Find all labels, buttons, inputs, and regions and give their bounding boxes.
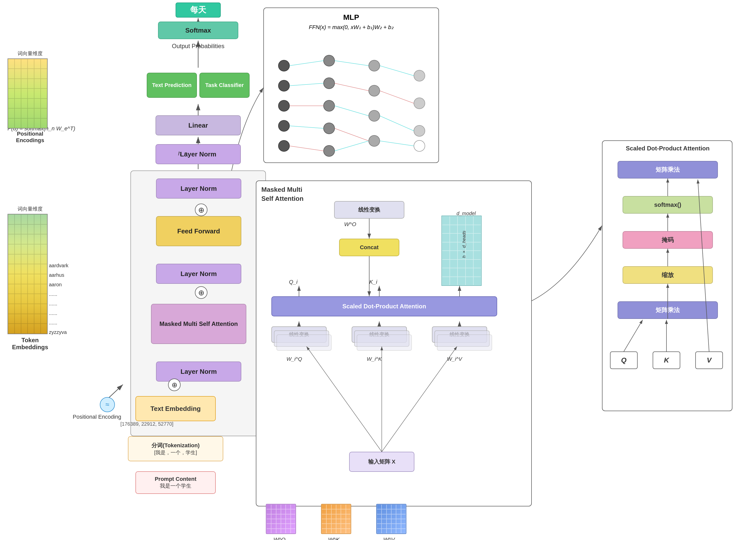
pos-cell bbox=[8, 98, 15, 108]
hxdheads-label: h × d_heads bbox=[462, 231, 467, 258]
token-ids-label: [176389, 22912, 52770] bbox=[120, 421, 173, 427]
mha-box: Masked MultiSelf Attention 线性变换 W^O Conc… bbox=[256, 181, 532, 506]
pos-cell bbox=[15, 118, 21, 128]
wk-matrix bbox=[321, 504, 351, 534]
pos-cell bbox=[21, 108, 28, 118]
svg-line-48 bbox=[335, 83, 369, 91]
svg-point-33 bbox=[324, 145, 335, 156]
svg-line-50 bbox=[335, 128, 369, 141]
v-linear-3 bbox=[437, 335, 492, 351]
feed-forward-box: Feed Forward bbox=[156, 216, 241, 246]
svg-line-3 bbox=[108, 385, 123, 399]
word-dots3: ...... bbox=[49, 308, 69, 318]
svg-line-72 bbox=[624, 320, 643, 351]
word-dots4: ...... bbox=[49, 318, 69, 328]
token-embedding-grid bbox=[8, 214, 48, 334]
pos-cell bbox=[34, 118, 41, 128]
pos-cell bbox=[41, 88, 47, 98]
svg-point-29 bbox=[324, 55, 335, 66]
word-aardvark: aardvark bbox=[49, 261, 69, 270]
sdpa-scale-box: 缩放 bbox=[623, 266, 713, 284]
dmodel-label: d_model bbox=[457, 210, 476, 216]
positional-encodings: 词向量维度 bbox=[8, 50, 53, 144]
wv-matrix-label: W^V bbox=[383, 536, 395, 540]
vocab-label: 模型词汇量 bbox=[0, 261, 1, 287]
pos-cell bbox=[21, 59, 28, 69]
pos-cell bbox=[15, 98, 21, 108]
word-list: aardvark aarhus aaron ...... ...... ....… bbox=[49, 261, 69, 337]
pos-cell bbox=[15, 69, 21, 78]
pos-cell bbox=[28, 88, 34, 98]
svg-point-38 bbox=[414, 70, 425, 81]
svg-line-49 bbox=[335, 106, 369, 116]
pos-cell bbox=[34, 108, 41, 118]
svg-point-41 bbox=[414, 140, 425, 151]
pos-cell bbox=[34, 69, 41, 78]
svg-point-26 bbox=[278, 100, 289, 111]
sdpa-softmax-box: softmax() bbox=[623, 196, 713, 213]
svg-point-37 bbox=[369, 135, 380, 146]
sdpa-outer-box: Scaled Dot-Product Attention 矩阵乘法 softma… bbox=[602, 140, 732, 411]
svg-point-40 bbox=[414, 125, 425, 136]
pos-enc-circle: ≈ bbox=[100, 397, 115, 412]
tok-vector-dim-label: 词向量维度 bbox=[8, 205, 53, 212]
hn-label: h_n bbox=[178, 150, 187, 157]
svg-point-36 bbox=[369, 110, 380, 121]
softmax-box: Softmax bbox=[158, 22, 238, 39]
masked-attention-box: Masked Multi Self Attention bbox=[151, 304, 246, 344]
pos-cell bbox=[41, 98, 47, 108]
pos-bottom-label: Positional Encodings bbox=[8, 131, 53, 144]
pos-cell bbox=[28, 108, 34, 118]
pos-cell bbox=[15, 59, 21, 69]
pos-enc-label: Positional Encoding bbox=[73, 414, 121, 420]
pos-cell bbox=[21, 118, 28, 128]
wq-matrix bbox=[266, 504, 296, 534]
mha-title: Masked MultiSelf Attention bbox=[261, 185, 304, 203]
mlp-title: MLP bbox=[269, 13, 433, 22]
wk-matrix-label: W^K bbox=[328, 536, 340, 540]
svg-point-28 bbox=[278, 140, 289, 151]
pos-cell bbox=[8, 69, 15, 78]
svg-line-66 bbox=[382, 346, 457, 452]
add-symbol-top: ⊕ bbox=[195, 203, 208, 216]
wq-matrix-label: W^Q bbox=[273, 536, 285, 540]
qi-label: Q_i bbox=[289, 279, 297, 285]
text-task-container: Text Prediction Task Classifier bbox=[140, 68, 256, 103]
svg-line-46 bbox=[289, 146, 324, 151]
mha-linear-out-box: 线性变换 bbox=[334, 201, 404, 218]
prompt-title: Prompt Content bbox=[155, 476, 196, 482]
word-aaron: aaron bbox=[49, 280, 69, 289]
svg-point-32 bbox=[324, 123, 335, 134]
wv-matrix bbox=[376, 504, 406, 534]
sdpa-matmul2-box: 矩阵乘法 bbox=[618, 161, 718, 179]
sdpa-v-box: V bbox=[695, 351, 723, 369]
svg-point-34 bbox=[369, 60, 380, 71]
mlp-network-svg bbox=[264, 46, 439, 161]
token-embeddings-section: 词向量维度 bbox=[8, 205, 53, 351]
output-probs-label: Output Probabilities bbox=[156, 43, 241, 50]
text-embedding-box: Text Embedding bbox=[135, 396, 216, 421]
sdpa-matmul1-box: 矩阵乘法 bbox=[618, 301, 718, 319]
token-title: 分词(Tokenization) bbox=[152, 442, 200, 449]
linear-box: Linear bbox=[156, 115, 241, 135]
svg-point-39 bbox=[414, 98, 425, 109]
pos-cell bbox=[28, 79, 34, 88]
pos-cell bbox=[34, 59, 41, 69]
pos-cell bbox=[41, 69, 47, 78]
wv-label: W_i^V bbox=[447, 356, 462, 362]
pos-vector-dim-label: 词向量维度 bbox=[8, 50, 53, 57]
svg-line-54 bbox=[380, 116, 414, 131]
svg-point-24 bbox=[278, 60, 289, 71]
pos-cell bbox=[28, 118, 34, 128]
svg-point-27 bbox=[278, 120, 289, 131]
svg-line-52 bbox=[380, 66, 414, 76]
token-embeddings-label: Token Embeddings bbox=[8, 337, 53, 351]
wo-label: W^O bbox=[344, 221, 356, 228]
pos-cell bbox=[8, 88, 15, 98]
svg-line-51 bbox=[335, 141, 369, 151]
layer-norm-top: Layer Norm bbox=[156, 179, 241, 199]
text-prediction-box: Text Prediction bbox=[147, 73, 197, 98]
diagram-container: 每天 Output Probabilities Softmax P(u) = s… bbox=[0, 0, 756, 540]
pos-cell bbox=[8, 59, 15, 69]
token-content: [我是，一个，学生] bbox=[154, 449, 197, 456]
